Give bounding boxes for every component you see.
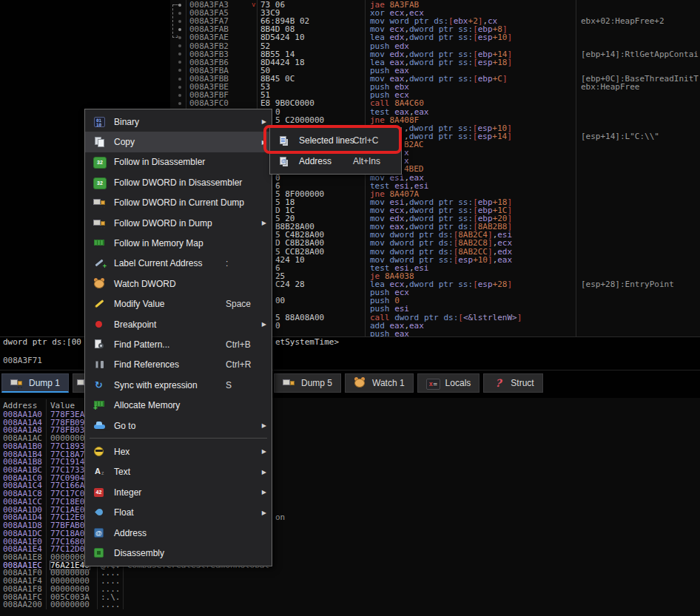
instruction-dot[interactable] [178,44,181,47]
dump-tab-bar-right: Dump 5Watch 1LocalsStruct [274,373,543,393]
instruction-dot[interactable] [178,86,181,89]
instruction-dot[interactable] [178,69,181,72]
tab-dump-1[interactable]: Dump 1 [1,373,69,393]
copy-icon [93,136,107,148]
info-address: 008A3F71 [3,356,42,365]
disasm-comment: [ebp+14]:RtlGetAppContai [581,50,699,58]
disasm-row[interactable]: 008A3FB68D4424 18lea eax,dword ptr ss:[e… [170,58,700,67]
disasm-row[interactable]: 008A3FC0E8 9B0C0000call 8A4C60 [170,99,700,107]
menu-item-follow-dword-in-disassembler[interactable]: Follow DWORD in Disassembler [85,172,272,192]
submenu-arrow-icon: ▶ [262,118,266,125]
menu-item-find-pattern[interactable]: Find Pattern...Ctrl+B [85,334,272,354]
instruction-dot[interactable] [178,78,181,81]
menu-item-label: Address [114,528,147,538]
allocate-memory-icon [93,399,107,411]
instruction-dot[interactable] [178,53,181,55]
menu-item-follow-in-disassembler[interactable]: Follow in Disassembler [85,152,272,172]
menu-item-integer[interactable]: Integer▶ [85,482,272,502]
menu-item-watch-dword[interactable]: Watch DWORD [85,274,272,294]
binary-icon [93,116,107,128]
instruction-dot[interactable] [178,102,181,105]
disasm-row[interactable]: 008A3FBF51push ecx [170,91,700,99]
menu-item-sync-with-expression[interactable]: Sync with expressionS [85,375,272,395]
menu-item-shortcut: Ctrl+R [226,359,251,370]
hex-face-icon [93,446,107,458]
breakpoint-dot-icon [93,319,107,331]
dump-truck-icon [93,197,107,209]
instruction-dot[interactable] [178,94,181,97]
menu-item-label: Disassembly [114,548,164,558]
tab-struct[interactable]: Struct [483,373,542,393]
instruction-dot[interactable] [178,28,181,31]
tab-label: Dump 5 [301,378,332,388]
dump-truck-icon [10,377,24,389]
submenu-arrow-icon: ▶ [262,220,266,226]
menu-item-label: Copy [114,137,135,147]
submenu-arrow-icon: ▶ [262,422,266,429]
menu-item-find-references[interactable]: Find ReferencesCtrl+R [85,355,272,375]
menu-item-disassembly[interactable]: Disassembly [85,543,272,563]
dump-header-value: Value [50,402,75,410]
menu-item-binary[interactable]: Binary▶ [85,112,272,132]
menu-item-label: Binary [114,117,139,127]
menu-item-modify-value[interactable]: Modify ValueSpace [85,294,272,314]
annotation-highlight-box [263,125,402,154]
menu-item-go-to[interactable]: Go to▶ [85,416,272,436]
disasm-bytes: D C8B28A00 [275,239,324,247]
instruction-dot[interactable] [178,4,181,7]
disasm-bytes: 5 88A08A00 [275,314,324,322]
disasm-comment: [esp+28]:EntryPoint [581,280,674,288]
menu-item-text[interactable]: Text▶ [85,462,272,482]
disasm-bytes: E8 9B0C0000 [260,99,314,107]
menu-item-follow-dword-in-current-dump[interactable]: Follow DWORD in Current Dump [85,193,272,213]
address-book-icon [93,527,107,539]
disasm-bytes: 0 [275,174,280,182]
menu-item-label: Integer [114,487,141,498]
dump-row[interactable]: 008AA20000000000.... [0,600,700,609]
menu-item-label: Go to [114,421,135,431]
menu-item-copy[interactable]: Copy▶ [85,132,272,152]
dump-truck-icon [93,217,107,229]
menu-item-allocate-memory[interactable]: Allocate Memory [85,395,272,415]
instruction-dot[interactable] [178,20,181,23]
menu-item-follow-dword-in-dump[interactable]: Follow DWORD in Dump▶ [85,213,272,233]
disasm-comment: ebx:HeapFree [581,83,639,91]
disasm-bytes: 52 [260,42,270,50]
tab-dump-5[interactable]: Dump 5 [274,373,341,393]
submenu-item-address[interactable]: AddressAlt+Ins [270,151,401,172]
menu-item-breakpoint[interactable]: Breakpoint▶ [85,314,272,334]
menu-item-address[interactable]: Address [85,523,272,543]
tab-watch-1[interactable]: Watch 1 [345,373,414,393]
tab-locals[interactable]: Locals [417,373,480,393]
integer-42-icon [93,487,107,498]
instruction-dot[interactable] [178,61,181,64]
tab-label: Struct [511,378,534,388]
menu-item-label-current-address[interactable]: Label Current Address: [85,254,272,274]
menu-item-follow-in-memory-map[interactable]: Follow in Memory Map [85,233,272,253]
dump-comment: on [275,513,285,521]
menu-item-label: Label Current Address [114,258,202,268]
tab-label: Dump 1 [29,378,60,388]
disassembly-chip-icon [93,547,107,559]
menu-item-shortcut: Space [226,299,251,309]
menu-item-label: Find Pattern... [114,339,169,350]
disasm-bytes: 5 CCB28A00 [275,248,324,256]
dump-address: 008AA200 [3,600,42,609]
disasm-row[interactable]: 008A3FBE53push ebxebx:HeapFree [170,83,700,91]
disasm-row[interactable]: 008A3FAE8D5424 10lea edx,dword ptr ss:[e… [170,33,700,41]
tab-label: Locals [445,378,471,388]
menu-item-float[interactable]: Float▶ [85,502,272,522]
instruction-dot[interactable] [178,36,181,39]
context-menu: Binary▶Copy▶Follow in DisassemblerFollow… [84,109,272,566]
debugger-window: › v008A3FA373 06jae 8A3FAB008A3FA533C9xo… [0,0,700,616]
instruction-dot[interactable] [178,12,181,15]
disasm-comment: [esp+14]:L"C:\\" [581,132,659,141]
disasm-row[interactable]: v008A3FA373 06jae 8A3FAB [170,1,700,9]
locals-icon [426,379,440,390]
disasm-bytes: 00 [275,297,285,305]
menu-item-label: Text [114,467,130,477]
dump-header-address: Address [3,402,37,410]
menu-item-hex[interactable]: Hex▶ [85,441,272,461]
menu-item-label: Find References [114,359,179,370]
goto-car-icon [93,420,107,432]
